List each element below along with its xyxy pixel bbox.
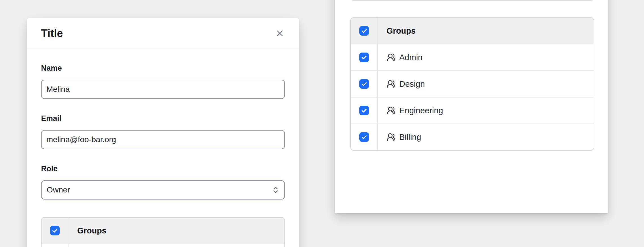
check-icon xyxy=(361,107,367,114)
check-icon xyxy=(361,28,367,34)
role-field-group: Role Owner xyxy=(41,164,285,200)
name-field-group: Name xyxy=(41,63,285,99)
groups-panel: Groups Admin Design xyxy=(335,0,608,213)
table-row-engineering[interactable]: Engineering xyxy=(351,97,594,123)
row-content-cell xyxy=(68,244,284,247)
header-checkbox-cell xyxy=(42,218,68,244)
modal-header: Title xyxy=(27,18,299,49)
row-content-cell: Engineering xyxy=(378,97,594,123)
row-content-cell: Design xyxy=(378,71,594,97)
role-select[interactable]: Owner xyxy=(41,180,285,200)
check-icon xyxy=(51,227,58,234)
users-icon xyxy=(387,79,396,88)
groups-column-header: Groups xyxy=(68,218,284,244)
group-name: Admin xyxy=(399,53,422,62)
users-icon xyxy=(387,106,396,115)
email-label: Email xyxy=(41,114,285,123)
modal-body: Name Email Role Owner Groups xyxy=(27,49,299,247)
x-icon xyxy=(275,29,285,38)
row-content-cell: Admin xyxy=(378,44,594,70)
table-row-partial[interactable] xyxy=(42,244,284,247)
users-icon xyxy=(387,133,396,142)
groups-table-header-row: Groups xyxy=(351,18,594,44)
check-icon xyxy=(361,134,367,140)
role-select-value: Owner xyxy=(47,185,70,194)
row-checkbox[interactable] xyxy=(359,79,369,89)
edit-user-modal: Title Name Email Role Owner xyxy=(27,18,299,247)
close-button[interactable] xyxy=(273,27,286,40)
groups-column-header: Groups xyxy=(378,18,594,44)
check-icon xyxy=(361,54,367,61)
group-name: Billing xyxy=(399,133,421,142)
check-icon xyxy=(361,81,367,87)
role-label: Role xyxy=(41,164,285,174)
users-icon xyxy=(387,53,396,62)
groups-table: Groups Admin Design xyxy=(350,17,594,151)
modal-title: Title xyxy=(41,27,63,40)
groups-table-header-row: Groups xyxy=(42,218,284,244)
select-all-checkbox[interactable] xyxy=(359,26,369,36)
row-checkbox-cell xyxy=(351,97,378,123)
chevron-up-down-icon xyxy=(271,186,280,194)
select-all-checkbox[interactable] xyxy=(50,226,60,235)
row-checkbox-cell xyxy=(351,44,378,70)
name-label: Name xyxy=(41,63,285,73)
modal-groups-table: Groups xyxy=(41,217,285,247)
group-name: Design xyxy=(399,79,425,89)
email-field-group: Email xyxy=(41,114,285,149)
row-checkbox-cell xyxy=(42,244,68,247)
row-checkbox[interactable] xyxy=(359,106,369,115)
email-input[interactable] xyxy=(41,130,285,149)
group-name: Engineering xyxy=(399,106,443,115)
row-checkbox-cell xyxy=(351,71,378,97)
table-row-admin[interactable]: Admin xyxy=(351,44,594,70)
row-checkbox-cell xyxy=(351,124,378,150)
row-content-cell: Billing xyxy=(378,124,594,150)
row-checkbox[interactable] xyxy=(359,132,369,142)
table-row-billing[interactable]: Billing xyxy=(351,123,594,150)
row-checkbox[interactable] xyxy=(359,53,369,62)
header-checkbox-cell xyxy=(351,18,378,44)
table-row-design[interactable]: Design xyxy=(351,70,594,97)
previous-element-bottom-edge xyxy=(350,0,594,1)
name-input[interactable] xyxy=(41,80,285,99)
